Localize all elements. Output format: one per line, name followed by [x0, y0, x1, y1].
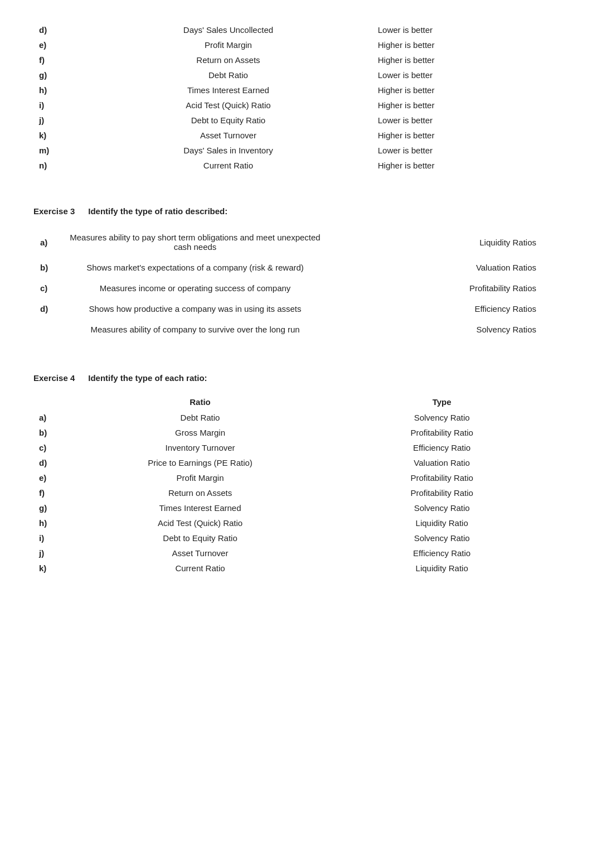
row-type: Profitability Ratios [329, 278, 559, 298]
row-letter: g) [33, 67, 84, 83]
row-letter: d) [33, 22, 84, 37]
row-better: Higher is better [372, 98, 559, 113]
row-type: Efficiency Ratio [325, 546, 559, 561]
row-type: Valuation Ratio [325, 455, 559, 470]
row-description: Measures income or operating success of … [61, 278, 329, 298]
exercise2-table: d) Days' Sales Uncollected Lower is bett… [33, 22, 559, 173]
row-better: Higher is better [372, 128, 559, 143]
table-row: a) Measures ability to pay short term ob… [33, 227, 559, 257]
row-type: Valuation Ratios [329, 257, 559, 278]
row-type: Efficiency Ratio [325, 440, 559, 455]
row-letter: b) [33, 257, 61, 278]
row-ratio: Debt to Equity Ratio [75, 531, 326, 546]
row-type: Liquidity Ratio [325, 561, 559, 576]
row-ratio: Days' Sales in Inventory [84, 143, 372, 158]
row-better: Lower is better [372, 67, 559, 83]
header-letter-col [33, 394, 75, 410]
row-type: Profitability Ratio [325, 425, 559, 440]
row-ratio: Return on Assets [75, 485, 326, 500]
row-letter: n) [33, 158, 84, 173]
row-description: Measures ability to pay short term oblig… [61, 227, 329, 257]
row-type: Solvency Ratio [325, 410, 559, 425]
table-row: d) Price to Earnings (PE Ratio) Valuatio… [33, 455, 559, 470]
row-letter: f) [33, 52, 84, 67]
row-letter: j) [33, 546, 75, 561]
row-better: Higher is better [372, 83, 559, 98]
exercise4-title: Identify the type of each ratio: [88, 373, 207, 383]
row-better: Lower is better [372, 143, 559, 158]
row-ratio: Debt Ratio [75, 410, 326, 425]
table-row: e) Profit Margin Profitability Ratio [33, 470, 559, 485]
row-ratio: Asset Turnover [75, 546, 326, 561]
row-type: Solvency Ratio [325, 531, 559, 546]
exercise4-label: Exercise 4 [33, 373, 75, 383]
row-letter: f) [33, 485, 75, 500]
exercise4-section: Exercise 4 Identify the type of each rat… [33, 373, 559, 576]
row-better: Higher is better [372, 37, 559, 52]
row-letter: c) [33, 278, 61, 298]
table-row: m) Days' Sales in Inventory Lower is bet… [33, 143, 559, 158]
row-type: Liquidity Ratios [329, 227, 559, 257]
row-letter: j) [33, 113, 84, 128]
row-letter: b) [33, 425, 75, 440]
row-ratio: Times Interest Earned [84, 83, 372, 98]
row-ratio: Price to Earnings (PE Ratio) [75, 455, 326, 470]
row-ratio: Times Interest Earned [75, 500, 326, 515]
row-ratio: Acid Test (Quick) Ratio [84, 98, 372, 113]
row-description: Shows how productive a company was in us… [61, 298, 329, 319]
row-letter: i) [33, 98, 84, 113]
row-description: Measures ability of company to survive o… [61, 319, 329, 340]
table-row: n) Current Ratio Higher is better [33, 158, 559, 173]
table-row: j) Asset Turnover Efficiency Ratio [33, 546, 559, 561]
table-row: d) Days' Sales Uncollected Lower is bett… [33, 22, 559, 37]
table-row: g) Times Interest Earned Solvency Ratio [33, 500, 559, 515]
row-letter [33, 319, 61, 340]
table-row: Measures ability of company to survive o… [33, 319, 559, 340]
row-better: Higher is better [372, 158, 559, 173]
table-row: d) Shows how productive a company was in… [33, 298, 559, 319]
row-letter: h) [33, 515, 75, 531]
table-row: k) Asset Turnover Higher is better [33, 128, 559, 143]
row-type: Profitability Ratio [325, 470, 559, 485]
table-row: b) Shows market's expectations of a comp… [33, 257, 559, 278]
row-ratio: Days' Sales Uncollected [84, 22, 372, 37]
row-ratio: Inventory Turnover [75, 440, 326, 455]
row-type: Profitability Ratio [325, 485, 559, 500]
exercise4-table: Ratio Type a) Debt Ratio Solvency Ratio … [33, 394, 559, 576]
exercise3-label: Exercise 3 [33, 206, 75, 216]
header-ratio-col: Ratio [75, 394, 326, 410]
row-letter: h) [33, 83, 84, 98]
table-row: h) Acid Test (Quick) Ratio Liquidity Rat… [33, 515, 559, 531]
row-letter: k) [33, 128, 84, 143]
row-letter: e) [33, 37, 84, 52]
row-letter: c) [33, 440, 75, 455]
row-better: Lower is better [372, 22, 559, 37]
row-letter: g) [33, 500, 75, 515]
table-row: f) Return on Assets Profitability Ratio [33, 485, 559, 500]
row-letter: k) [33, 561, 75, 576]
table-row: b) Gross Margin Profitability Ratio [33, 425, 559, 440]
exercise3-table: a) Measures ability to pay short term ob… [33, 227, 559, 340]
row-ratio: Profit Margin [75, 470, 326, 485]
table-row: a) Debt Ratio Solvency Ratio [33, 410, 559, 425]
header-type-col: Type [325, 394, 559, 410]
row-type: Efficiency Ratios [329, 298, 559, 319]
row-ratio: Debt to Equity Ratio [84, 113, 372, 128]
table-row: i) Debt to Equity Ratio Solvency Ratio [33, 531, 559, 546]
row-ratio: Debt Ratio [84, 67, 372, 83]
table-row: h) Times Interest Earned Higher is bette… [33, 83, 559, 98]
row-type: Solvency Ratios [329, 319, 559, 340]
row-letter: i) [33, 531, 75, 546]
row-description: Shows market's expectations of a company… [61, 257, 329, 278]
row-better: Higher is better [372, 52, 559, 67]
exercise3-section: Exercise 3 Identify the type of ratio de… [33, 206, 559, 340]
row-ratio: Current Ratio [84, 158, 372, 173]
row-type: Liquidity Ratio [325, 515, 559, 531]
row-letter: d) [33, 455, 75, 470]
table-row: f) Return on Assets Higher is better [33, 52, 559, 67]
row-type: Solvency Ratio [325, 500, 559, 515]
table-row: g) Debt Ratio Lower is better [33, 67, 559, 83]
table-row: k) Current Ratio Liquidity Ratio [33, 561, 559, 576]
table-header-row: Ratio Type [33, 394, 559, 410]
table-row: i) Acid Test (Quick) Ratio Higher is bet… [33, 98, 559, 113]
